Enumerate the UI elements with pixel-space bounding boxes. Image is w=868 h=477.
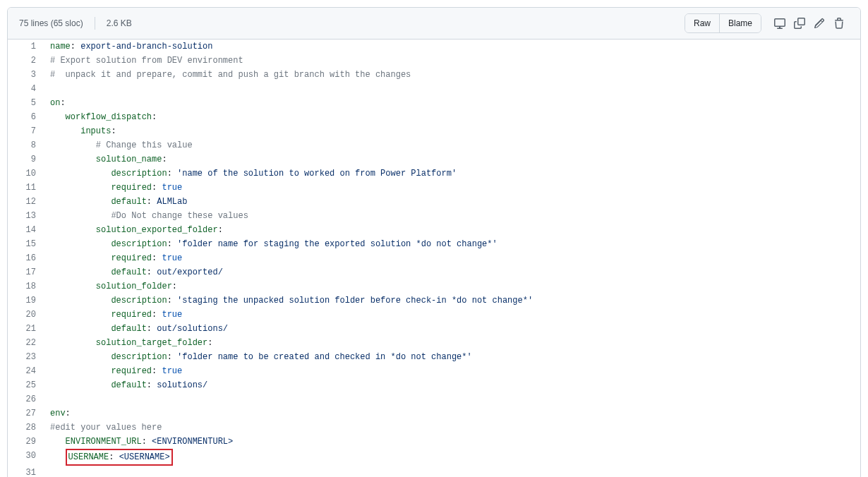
code-line: 8 # Change this value: [8, 138, 860, 152]
code-line: 31: [8, 466, 860, 477]
blame-button[interactable]: Blame: [720, 14, 761, 32]
code-line: 15 description: 'folder name for staging…: [8, 237, 860, 251]
highlighted-region: USERNAME: <USERNAME>: [66, 449, 173, 466]
line-content: default: out/solutions/: [43, 322, 860, 336]
code-line: 7 inputs:: [8, 124, 860, 138]
line-content: # Export solution from DEV environment: [43, 54, 860, 68]
code-line: 10 description: 'name of the solution to…: [8, 167, 860, 181]
code-line: 1name: export-and-branch-solution: [8, 40, 860, 54]
line-number[interactable]: 23: [8, 350, 43, 364]
line-content: #Do Not change these values: [43, 209, 860, 223]
line-number[interactable]: 2: [8, 54, 43, 68]
line-content: #edit your values here: [43, 421, 860, 435]
line-number[interactable]: 20: [8, 308, 43, 322]
code-line: 29 ENVIRONMENT_URL: <ENVIRONMENTURL>: [8, 435, 860, 449]
line-content: solution_target_folder:: [43, 336, 860, 350]
code-line: 18 solution_folder:: [8, 279, 860, 294]
line-number[interactable]: 6: [8, 110, 43, 124]
edit-icon[interactable]: [809, 13, 829, 33]
line-number[interactable]: 26: [8, 392, 43, 406]
line-content: description: 'name of the solution to wo…: [43, 167, 860, 181]
code-line: 16 required: true: [8, 251, 860, 265]
line-number[interactable]: 19: [8, 294, 43, 308]
code-line: 21 default: out/solutions/: [8, 322, 860, 336]
code-line: 3# unpack it and prepare, commit and pus…: [8, 68, 860, 82]
line-number[interactable]: 15: [8, 237, 43, 251]
line-number[interactable]: 1: [8, 40, 43, 54]
line-number[interactable]: 3: [8, 68, 43, 82]
code-line: 22 solution_target_folder:: [8, 336, 860, 350]
line-content: solution_folder:: [43, 279, 860, 294]
raw-button[interactable]: Raw: [685, 14, 720, 32]
line-number[interactable]: 4: [8, 82, 43, 96]
code-line: 26: [8, 392, 860, 406]
line-number[interactable]: 14: [8, 223, 43, 237]
file-header: 75 lines (65 sloc) 2.6 KB Raw Blame: [8, 8, 860, 40]
line-number[interactable]: 7: [8, 124, 43, 138]
line-number[interactable]: 16: [8, 251, 43, 265]
line-content: default: out/exported/: [43, 265, 860, 279]
line-content: [43, 392, 860, 406]
line-content: [43, 466, 860, 477]
code-line: 23 description: 'folder name to be creat…: [8, 350, 860, 364]
line-content: name: export-and-branch-solution: [43, 40, 860, 54]
line-number[interactable]: 17: [8, 265, 43, 279]
code-line: 14 solution_exported_folder:: [8, 223, 860, 237]
line-content: # Change this value: [43, 138, 860, 152]
line-content: env:: [43, 406, 860, 421]
line-number[interactable]: 24: [8, 364, 43, 378]
line-content: workflow_dispatch:: [43, 110, 860, 124]
line-content: solution_exported_folder:: [43, 223, 860, 237]
line-number[interactable]: 18: [8, 279, 43, 294]
size-info: 2.6 KB: [107, 18, 132, 28]
code-line: 20 required: true: [8, 308, 860, 322]
line-number[interactable]: 5: [8, 96, 43, 110]
line-number[interactable]: 13: [8, 209, 43, 223]
line-number[interactable]: 27: [8, 406, 43, 421]
code-line: 25 default: solutions/: [8, 378, 860, 392]
line-number[interactable]: 29: [8, 435, 43, 449]
raw-blame-group: Raw Blame: [685, 13, 761, 33]
line-content: USERNAME: <USERNAME>: [43, 449, 860, 466]
line-number[interactable]: 8: [8, 138, 43, 152]
line-number[interactable]: 25: [8, 378, 43, 392]
line-number[interactable]: 12: [8, 195, 43, 209]
line-content: description: 'folder name to be created …: [43, 350, 860, 364]
divider: [95, 17, 95, 30]
code-line: 11 required: true: [8, 181, 860, 195]
code-line: 30 USERNAME: <USERNAME>: [8, 449, 860, 466]
line-content: required: true: [43, 364, 860, 378]
line-content: ENVIRONMENT_URL: <ENVIRONMENTURL>: [43, 435, 860, 449]
line-number[interactable]: 28: [8, 421, 43, 435]
copy-icon[interactable]: [790, 13, 809, 33]
file-box: 75 lines (65 sloc) 2.6 KB Raw Blame: [7, 7, 861, 477]
code-line: 27env:: [8, 406, 860, 421]
line-number[interactable]: 31: [8, 466, 43, 477]
line-content: required: true: [43, 181, 860, 195]
line-number[interactable]: 9: [8, 152, 43, 167]
line-content: solution_name:: [43, 152, 860, 167]
line-content: description: 'folder name for staging th…: [43, 237, 860, 251]
line-number[interactable]: 21: [8, 322, 43, 336]
line-number[interactable]: 11: [8, 181, 43, 195]
line-number[interactable]: 10: [8, 167, 43, 181]
code-area: 1name: export-and-branch-solution2# Expo…: [8, 40, 860, 477]
file-actions: Raw Blame: [685, 13, 849, 33]
line-content: inputs:: [43, 124, 860, 138]
code-line: 28#edit your values here: [8, 421, 860, 435]
trash-icon[interactable]: [829, 13, 849, 33]
lines-info: 75 lines (65 sloc): [19, 18, 83, 28]
line-content: on:: [43, 96, 860, 110]
line-content: default: solutions/: [43, 378, 860, 392]
code-line: 19 description: 'staging the unpacked so…: [8, 294, 860, 308]
line-content: [43, 82, 860, 96]
line-content: default: ALMLab: [43, 195, 860, 209]
code-line: 2# Export solution from DEV environment: [8, 54, 860, 68]
code-line: 17 default: out/exported/: [8, 265, 860, 279]
desktop-icon[interactable]: [770, 13, 790, 33]
code-line: 12 default: ALMLab: [8, 195, 860, 209]
code-line: 13 #Do Not change these values: [8, 209, 860, 223]
code-line: 4: [8, 82, 860, 96]
line-number[interactable]: 22: [8, 336, 43, 350]
line-number[interactable]: 30: [8, 449, 43, 466]
